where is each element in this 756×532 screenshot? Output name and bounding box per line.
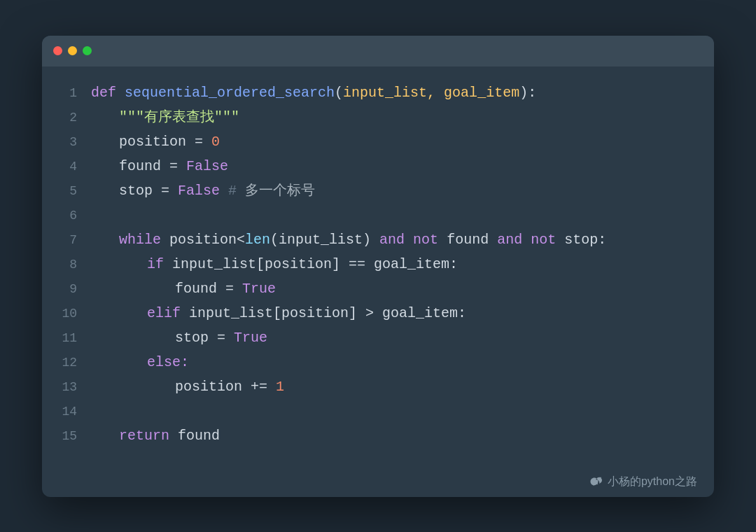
line-number: 9 — [56, 279, 77, 301]
line-number: 10 — [56, 303, 77, 326]
code-line-5: 5 stop = False # 多一个标号 — [42, 178, 714, 203]
watermark-text: 小杨的python之路 — [608, 475, 697, 487]
line-content — [91, 203, 700, 227]
line-number: 5 — [56, 181, 77, 203]
line-content: return found — [91, 424, 700, 448]
line-number: 6 — [56, 205, 77, 227]
code-line-4: 4 found = False — [42, 154, 714, 178]
line-content: while position<len(input_list) and not f… — [91, 227, 700, 252]
line-number: 14 — [56, 401, 77, 424]
code-line-6: 6 — [42, 203, 714, 227]
line-content: position += 1 — [91, 374, 700, 399]
function-name: sequential_ordered_search — [125, 85, 335, 101]
code-line-9: 9 found = True — [42, 276, 714, 301]
line-content: if input_list[position] == goal_item: — [91, 252, 700, 276]
line-content: def sequential_ordered_search(input_list… — [91, 80, 700, 105]
line-content: stop = False # 多一个标号 — [91, 178, 700, 203]
code-line-15: 15 return found — [42, 424, 714, 448]
line-content: """有序表查找""" — [91, 105, 700, 130]
keyword-def: def — [91, 85, 125, 101]
minimize-button[interactable] — [68, 46, 77, 55]
line-number: 13 — [56, 377, 77, 399]
maximize-button[interactable] — [83, 46, 92, 55]
close-button[interactable] — [53, 46, 62, 55]
line-content — [91, 399, 700, 424]
line-content: found = False — [91, 154, 700, 178]
code-line-14: 14 — [42, 399, 714, 424]
line-content: else: — [91, 350, 700, 374]
line-content: stop = True — [91, 326, 700, 350]
line-content: elif input_list[position] > goal_item: — [91, 301, 700, 326]
code-line-3: 3 position = 0 — [42, 130, 714, 154]
code-window: 1 def sequential_ordered_search(input_li… — [42, 36, 714, 497]
code-line-13: 13 position += 1 — [42, 374, 714, 399]
code-line-8: 8 if input_list[position] == goal_item: — [42, 252, 714, 276]
line-number: 1 — [56, 83, 77, 105]
line-number: 12 — [56, 352, 77, 374]
line-number: 3 — [56, 132, 77, 154]
line-number: 2 — [56, 107, 77, 130]
code-line-7: 7 while position<len(input_list) and not… — [42, 227, 714, 252]
titlebar — [42, 36, 714, 66]
code-line-10: 10 elif input_list[position] > goal_item… — [42, 301, 714, 326]
line-number: 8 — [56, 254, 77, 276]
code-line-1: 1 def sequential_ordered_search(input_li… — [42, 80, 714, 105]
wechat-icon — [587, 475, 602, 490]
line-number: 15 — [56, 426, 77, 448]
code-line-12: 12 else: — [42, 350, 714, 374]
code-line-11: 11 stop = True — [42, 326, 714, 350]
code-line-2: 2 """有序表查找""" — [42, 105, 714, 130]
line-content: found = True — [91, 276, 700, 301]
line-content: position = 0 — [91, 130, 700, 154]
watermark: 小杨的python之路 — [42, 469, 714, 497]
code-editor: 1 def sequential_ordered_search(input_li… — [42, 66, 714, 469]
line-number: 11 — [56, 328, 77, 350]
line-number: 4 — [56, 156, 77, 178]
line-number: 7 — [56, 230, 77, 252]
